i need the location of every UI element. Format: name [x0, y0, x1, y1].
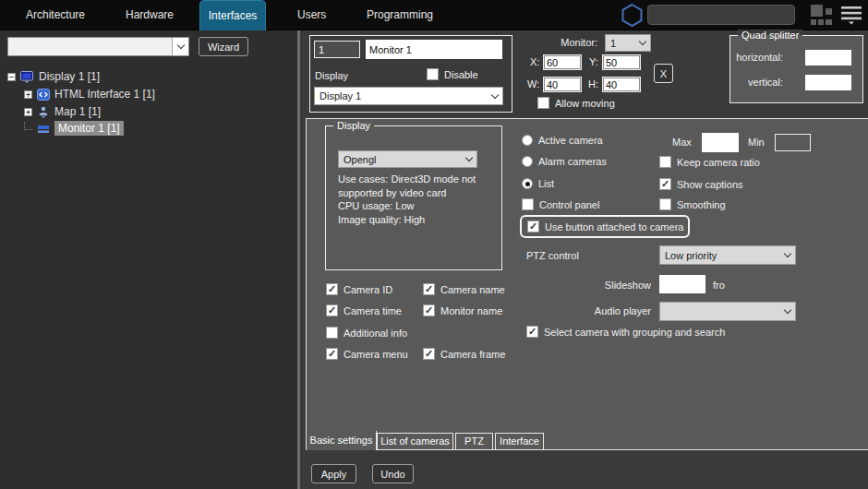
panel-divider[interactable] [297, 30, 300, 489]
monitor-number-select[interactable]: 1 [605, 34, 651, 52]
tree-item-map[interactable]: + Map 1 [1] [24, 103, 101, 120]
tree-item-display[interactable]: − Display 1 [1] [7, 68, 100, 85]
render-mode-select[interactable]: Opengl [338, 150, 477, 168]
camera-frame-checkbox[interactable]: Camera frame [423, 348, 505, 360]
radio-circle [522, 178, 533, 189]
radio-label: Alarm cameras [538, 156, 607, 167]
tab-basic-settings[interactable]: Basic settings [307, 431, 377, 450]
nav-programming[interactable]: Programming [367, 0, 433, 30]
tree-item-label: HTML Interface 1 [1] [54, 88, 155, 101]
tab-ptz[interactable]: PTZ [455, 433, 493, 450]
tab-list-of-cameras[interactable]: List of cameras [377, 433, 453, 450]
expand-icon[interactable]: + [24, 90, 32, 99]
search-input[interactable] [647, 5, 795, 25]
keep-camera-ratio-checkbox[interactable]: Keep camera ratio [659, 156, 760, 168]
combobox-arrow[interactable] [172, 38, 188, 55]
horizontal-field[interactable] [805, 50, 851, 66]
active-camera-radio[interactable]: Active camera [522, 135, 603, 146]
camera-menu-checkbox[interactable]: Camera menu [326, 348, 408, 360]
w-field[interactable] [543, 77, 582, 92]
allow-moving-checkbox[interactable]: Allow moving [537, 97, 615, 109]
checkbox-label: Monitor name [440, 305, 502, 316]
checkbox-label: Keep camera ratio [677, 157, 760, 168]
additional-info-checkbox[interactable]: Additional info [326, 327, 407, 339]
checkbox-box [423, 283, 435, 295]
layout-grid-icon[interactable] [811, 5, 833, 26]
undo-button[interactable]: Undo [372, 464, 414, 483]
quad-splitter-title: Quad splitter [738, 30, 802, 41]
h-field[interactable] [602, 77, 641, 92]
slideshow-suffix-label: fro [713, 280, 725, 291]
max-field[interactable] [702, 133, 739, 152]
display-select[interactable]: Display 1 [314, 87, 503, 105]
clear-position-button[interactable]: X [654, 64, 673, 83]
hexagon-logo-icon [620, 3, 645, 28]
tree-item-label-selected: Monitor 1 [1] [54, 121, 124, 136]
checkbox-box [326, 348, 338, 360]
tree-filter-combobox[interactable] [7, 37, 189, 56]
tree-connector [24, 122, 32, 130]
smoothing-checkbox[interactable]: Smoothing [659, 198, 726, 210]
nav-interfaces[interactable]: Interfaces [199, 0, 266, 30]
x-field[interactable] [543, 54, 582, 70]
tab-interface[interactable]: Interface [495, 433, 544, 450]
monitor-name-field[interactable] [366, 40, 502, 59]
radio-circle [522, 135, 533, 146]
monitor-name-checkbox[interactable]: Monitor name [423, 304, 502, 316]
radio-label: Active camera [538, 135, 603, 146]
checkbox-box [659, 178, 671, 190]
checkbox-box [522, 198, 534, 210]
checkbox-label: Camera name [440, 284, 505, 295]
checkbox-label: Camera frame [440, 349, 505, 360]
control-panel-checkbox[interactable]: Control panel [522, 198, 599, 210]
camera-name-checkbox[interactable]: Camera name [423, 283, 505, 295]
collapse-icon[interactable]: − [7, 73, 16, 81]
tree-item-label: Map 1 [1] [54, 105, 101, 118]
checkbox-label: Use button attached to camera [545, 221, 683, 233]
ptz-priority-select[interactable]: Low priority [659, 245, 796, 265]
display-monitor-icon [20, 71, 34, 83]
y-field[interactable] [602, 54, 641, 70]
radio-circle [522, 156, 533, 167]
tree-item-monitor[interactable]: Monitor 1 [1] [24, 120, 124, 137]
info-line: CPU usage: Low [338, 199, 476, 213]
ptz-priority-value: Low priority [660, 250, 780, 261]
disable-checkbox[interactable]: Disable [427, 68, 478, 80]
quad-splitter-group: Quad splitter [729, 35, 863, 103]
checkbox-box [659, 156, 671, 168]
checkbox-label: Camera menu [344, 349, 408, 360]
tree-item-html-interface[interactable]: + HTML Interface 1 [1] [24, 86, 155, 102]
use-button-attached-checkbox[interactable]: Use button attached to camera [527, 221, 683, 233]
hamburger-menu-icon[interactable] [841, 6, 862, 25]
min-field[interactable] [775, 134, 811, 151]
show-captions-checkbox[interactable]: Show captions [659, 178, 743, 190]
tree-item-label: Display 1 [1] [39, 70, 100, 83]
checkbox-label: Select camera with grouping and search [544, 327, 725, 338]
checkbox-label: Control panel [539, 199, 599, 210]
nav-users[interactable]: Users [297, 0, 326, 30]
expand-icon[interactable]: + [24, 108, 32, 116]
monitor-number-value: 1 [606, 38, 635, 49]
ptz-control-label: PTZ control [526, 250, 579, 261]
nav-hardware[interactable]: Hardware [126, 0, 174, 30]
slideshow-label: Slideshow [582, 280, 651, 291]
wizard-button[interactable]: Wizard [199, 37, 248, 56]
slideshow-field[interactable] [659, 275, 705, 293]
camera-time-checkbox[interactable]: Camera time [326, 304, 402, 316]
monitor-id-field[interactable] [314, 41, 360, 58]
vertical-label: vertical: [734, 77, 783, 88]
audio-player-select[interactable] [659, 302, 796, 321]
vertical-field[interactable] [805, 75, 851, 90]
checkbox-box [659, 198, 671, 210]
render-mode-value: Opengl [339, 154, 462, 165]
nav-architecture[interactable]: Architecture [26, 0, 85, 30]
select-camera-grouping-checkbox[interactable]: Select camera with grouping and search [526, 326, 725, 338]
apply-button[interactable]: Apply [311, 464, 356, 483]
alarm-cameras-radio[interactable]: Alarm cameras [522, 156, 607, 167]
checkbox-box [427, 68, 439, 80]
checkbox-label: Show captions [677, 179, 743, 190]
checkbox-box [326, 327, 338, 339]
checkbox-label: Allow moving [555, 98, 615, 109]
list-radio[interactable]: List [522, 178, 554, 189]
camera-id-checkbox[interactable]: Camera ID [326, 283, 392, 295]
